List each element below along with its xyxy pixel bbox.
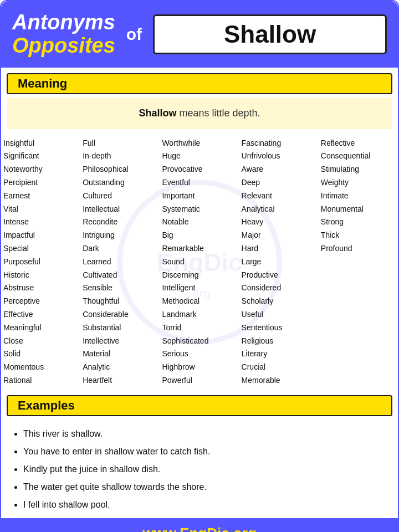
word-item: Material bbox=[83, 347, 157, 361]
word-item: Systematic bbox=[162, 203, 237, 216]
word-item: Abstruse bbox=[3, 282, 78, 295]
word-item: Effective bbox=[3, 308, 78, 321]
meaning-box: Shallow means little depth. bbox=[7, 98, 392, 129]
word-item: Large bbox=[242, 255, 316, 269]
header-word-box: Shallow bbox=[153, 14, 387, 54]
word-item: Memorable bbox=[242, 374, 316, 387]
word-item: Remarkable bbox=[162, 242, 237, 255]
word-item: Intellective bbox=[83, 335, 157, 348]
header-antonyms: Antonyms bbox=[12, 11, 115, 34]
word-col-4: FascinatingUnfrivolousAwareDeepRelevantA… bbox=[239, 137, 319, 387]
header-word: Shallow bbox=[224, 21, 316, 48]
word-item: Analytical bbox=[242, 203, 316, 216]
word-item: Literary bbox=[242, 347, 316, 361]
word-item: Analytic bbox=[83, 361, 157, 374]
word-item: Vital bbox=[3, 203, 78, 216]
word-item: Discerning bbox=[162, 269, 237, 282]
word-item: Powerful bbox=[162, 374, 237, 387]
example-item: I fell into shallow pool. bbox=[23, 496, 392, 514]
meaning-word: Shallow bbox=[139, 108, 176, 119]
word-item: Highbrow bbox=[162, 361, 237, 374]
word-item: Earnest bbox=[3, 190, 78, 203]
word-item: Dark bbox=[83, 242, 157, 255]
word-item: Sound bbox=[162, 255, 237, 269]
word-item: Reflective bbox=[321, 137, 396, 150]
word-item: Stimulating bbox=[321, 163, 396, 176]
word-item: Strong bbox=[321, 216, 396, 229]
word-item: Relevant bbox=[242, 190, 316, 203]
examples-section: This river is shallow.You have to enter … bbox=[7, 421, 392, 514]
word-item: Profound bbox=[321, 242, 396, 255]
word-item: Outstanding bbox=[83, 176, 157, 190]
word-item: Philosophical bbox=[83, 163, 157, 176]
word-item: Recondite bbox=[83, 216, 157, 229]
word-item: Insightful bbox=[3, 137, 78, 150]
word-item: Impactful bbox=[3, 229, 78, 242]
word-item: Intriguing bbox=[83, 229, 157, 242]
word-item: Useful bbox=[242, 308, 316, 321]
word-item: Intelligent bbox=[162, 282, 237, 295]
footer-url-white2: .org bbox=[229, 525, 257, 532]
word-item: Learned bbox=[83, 255, 157, 269]
footer: www.EngDic.org bbox=[1, 518, 398, 532]
examples-list: This river is shallow.You have to enter … bbox=[7, 425, 392, 514]
word-col-5: ReflectiveConsequentialStimulatingWeight… bbox=[319, 137, 398, 387]
example-item: Kindly put the juice in shallow dish. bbox=[23, 461, 392, 478]
word-item: Monumental bbox=[321, 203, 396, 216]
meaning-label: Meaning bbox=[7, 73, 392, 94]
word-item: Special bbox=[3, 242, 78, 255]
word-item: Consequential bbox=[321, 150, 396, 163]
word-item: Considered bbox=[242, 282, 316, 295]
word-item: Solid bbox=[3, 347, 78, 361]
word-item: Unfrivolous bbox=[242, 150, 316, 163]
word-col-1: InsightfulSignificantNoteworthyPercipien… bbox=[1, 137, 80, 387]
example-item: The water get quite shallow towards the … bbox=[23, 478, 392, 496]
word-item: Sensible bbox=[83, 282, 157, 295]
word-item: Major bbox=[242, 229, 316, 242]
meaning-text: means little depth. bbox=[176, 108, 260, 119]
word-item: Notable bbox=[162, 216, 237, 229]
word-item: Big bbox=[162, 229, 237, 242]
word-item: Sophisticated bbox=[162, 335, 237, 348]
word-item: Deep bbox=[242, 176, 316, 190]
header-of: of bbox=[126, 25, 142, 44]
word-item: Intimate bbox=[321, 190, 396, 203]
word-item: Weighty bbox=[321, 176, 396, 190]
word-item: Meaningful bbox=[3, 321, 78, 335]
word-item: Religious bbox=[242, 335, 316, 348]
word-col-2: FullIn-depthPhilosophicalOutstandingCult… bbox=[80, 137, 160, 387]
word-item: Huge bbox=[162, 150, 237, 163]
word-item: Momentous bbox=[3, 361, 78, 374]
example-item: You have to enter in shallow water to ca… bbox=[23, 443, 392, 461]
word-item: Intellectual bbox=[83, 203, 157, 216]
word-item: Considerable bbox=[83, 308, 157, 321]
word-item: Aware bbox=[242, 163, 316, 176]
word-item: Cultivated bbox=[83, 269, 157, 282]
word-item: Torrid bbox=[162, 321, 237, 335]
word-item: Crucial bbox=[242, 361, 316, 374]
word-item: Heavy bbox=[242, 216, 316, 229]
word-item: Landmark bbox=[162, 308, 237, 321]
word-item: Perceptive bbox=[3, 295, 78, 308]
word-item: Thick bbox=[321, 229, 396, 242]
word-item: Eventful bbox=[162, 176, 237, 190]
word-item: Worthwhile bbox=[162, 137, 237, 150]
word-item: Noteworthy bbox=[3, 163, 78, 176]
word-item: Intense bbox=[3, 216, 78, 229]
word-item: Sententious bbox=[242, 321, 316, 335]
word-item: Close bbox=[3, 335, 78, 348]
word-item: Heartfelt bbox=[83, 374, 157, 387]
word-item: Rational bbox=[3, 374, 78, 387]
word-item: Significant bbox=[3, 150, 78, 163]
header-opposites: Opposites bbox=[12, 34, 115, 58]
word-item: Historic bbox=[3, 269, 78, 282]
word-item: Methodical bbox=[162, 295, 237, 308]
word-item: Provocative bbox=[162, 163, 237, 176]
examples-label: Examples bbox=[7, 395, 392, 416]
word-item: Fascinating bbox=[242, 137, 316, 150]
example-item: This river is shallow. bbox=[23, 425, 392, 443]
footer-url-white1: www. bbox=[142, 525, 180, 532]
header-left: Antonyms Opposites bbox=[12, 11, 115, 58]
word-item: Percipient bbox=[3, 176, 78, 190]
words-section: EngDic .org InsightfulSignificantNotewor… bbox=[1, 135, 398, 390]
